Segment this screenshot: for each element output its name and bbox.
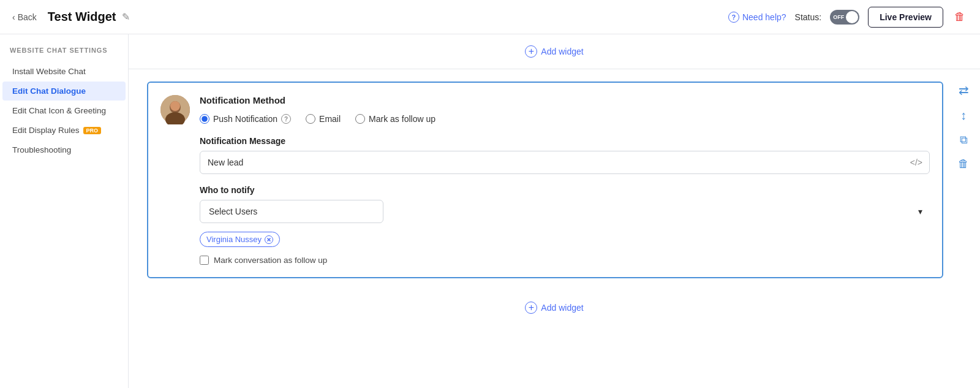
- follow-up-checkbox[interactable]: [200, 256, 209, 265]
- add-widget-top-button[interactable]: + Add widget: [525, 45, 583, 58]
- add-widget-circle-icon: +: [525, 45, 537, 58]
- notification-card: Notification Method Push Notification ? …: [160, 95, 930, 265]
- sidebar-label-display-rules: Edit Display Rules: [12, 126, 80, 135]
- radio-push-label: Push Notification: [213, 114, 277, 124]
- svg-point-3: [170, 101, 180, 111]
- avatar: [160, 95, 190, 124]
- card-body: Notification Method Push Notification ? …: [200, 95, 930, 265]
- radio-email-input[interactable]: [306, 114, 315, 124]
- live-preview-button[interactable]: Live Preview: [868, 7, 943, 28]
- status-label: Status:: [795, 12, 822, 22]
- select-users[interactable]: Select Users: [200, 200, 383, 223]
- chevron-down-icon: ▾: [918, 207, 922, 216]
- need-help-label: Need help?: [742, 12, 786, 22]
- tag-virginia-label: Virginia Nussey: [206, 235, 262, 244]
- side-controls: ⇄ ↕ ⧉ 🗑: [957, 82, 970, 172]
- toggle-knob: [846, 11, 858, 23]
- widget-card: Notification Method Push Notification ? …: [147, 82, 943, 278]
- radio-follow[interactable]: Mark as follow up: [355, 114, 435, 124]
- sidebar-item-edit-dialogue[interactable]: Edit Chat Dialogue: [2, 82, 126, 101]
- page-title: Test Widget: [48, 10, 116, 24]
- main-content: + Add widget ⇄ ↕ ⧉ 🗑: [129, 34, 980, 388]
- delete-widget-button[interactable]: 🗑: [957, 156, 970, 172]
- sidebar-label-edit-dialogue: Edit Chat Dialogue: [12, 86, 86, 96]
- notification-method-title: Notification Method: [200, 95, 930, 105]
- sidebar-item-display-rules[interactable]: Edit Display Rules PRO: [2, 121, 126, 140]
- copy-button[interactable]: ⧉: [959, 132, 969, 148]
- sidebar-item-install[interactable]: Install Website Chat: [2, 62, 126, 81]
- shuffle-button[interactable]: ⇄: [957, 82, 970, 99]
- edit-title-icon[interactable]: ✎: [122, 11, 130, 23]
- sidebar-label-troubleshooting: Troubleshooting: [12, 145, 71, 154]
- toggle-switch[interactable]: OFF: [830, 10, 859, 25]
- radio-push-input[interactable]: [200, 114, 209, 124]
- tag-virginia: Virginia Nussey: [200, 232, 280, 247]
- follow-up-label: Mark conversation as follow up: [214, 256, 327, 265]
- back-arrow-icon: ‹: [12, 12, 15, 22]
- code-icon[interactable]: </>: [910, 158, 922, 167]
- radio-follow-input[interactable]: [355, 114, 365, 124]
- tags-row: Virginia Nussey: [200, 232, 930, 247]
- message-field-label: Notification Message: [200, 136, 930, 146]
- need-help-link[interactable]: ? Need help?: [728, 12, 786, 23]
- radio-push[interactable]: Push Notification ?: [200, 114, 291, 124]
- sidebar-section-title: WEBSITE CHAT SETTINGS: [0, 47, 128, 61]
- add-widget-circle-bottom-icon: +: [525, 302, 537, 314]
- pro-badge: PRO: [83, 127, 102, 134]
- sidebar-label-edit-icon: Edit Chat Icon & Greeting: [12, 106, 106, 115]
- select-users-wrap: Select Users ▾: [200, 200, 930, 223]
- tag-virginia-remove[interactable]: [265, 235, 273, 244]
- delete-header-button[interactable]: 🗑: [952, 8, 968, 26]
- add-widget-bottom-row: + Add widget: [129, 291, 980, 325]
- back-label: Back: [18, 12, 37, 22]
- widget-outer: ⇄ ↕ ⧉ 🗑: [129, 69, 980, 291]
- radio-email[interactable]: Email: [306, 114, 341, 124]
- status-toggle[interactable]: OFF: [830, 10, 859, 25]
- add-widget-top-label: Add widget: [541, 47, 583, 56]
- add-widget-top-row: + Add widget: [129, 34, 980, 69]
- header-right: ? Need help? Status: OFF Live Preview 🗑: [728, 7, 968, 28]
- sidebar-item-edit-icon[interactable]: Edit Chat Icon & Greeting: [2, 101, 126, 120]
- message-input-wrap: </>: [200, 151, 930, 174]
- sidebar: WEBSITE CHAT SETTINGS Install Website Ch…: [0, 34, 129, 388]
- radio-email-label: Email: [319, 114, 341, 124]
- who-field-label: Who to notify: [200, 185, 930, 195]
- checkbox-row: Mark conversation as follow up: [200, 256, 930, 265]
- radio-group: Push Notification ? Email Mark as follow…: [200, 114, 930, 124]
- sidebar-item-troubleshooting[interactable]: Troubleshooting: [2, 140, 126, 159]
- help-icon: ?: [728, 12, 739, 23]
- app-body: WEBSITE CHAT SETTINGS Install Website Ch…: [0, 34, 980, 388]
- push-info-icon[interactable]: ?: [281, 114, 291, 124]
- resize-button[interactable]: ↕: [959, 107, 968, 124]
- add-widget-bottom-label: Add widget: [541, 303, 583, 313]
- sidebar-label-install: Install Website Chat: [12, 67, 86, 76]
- back-link[interactable]: ‹ Back: [12, 12, 37, 22]
- header: ‹ Back Test Widget ✎ ? Need help? Status…: [0, 0, 980, 34]
- toggle-text: OFF: [833, 14, 844, 20]
- radio-follow-label: Mark as follow up: [369, 114, 435, 124]
- message-input[interactable]: [200, 151, 930, 174]
- add-widget-bottom-button[interactable]: + Add widget: [525, 302, 583, 314]
- header-left: ‹ Back Test Widget ✎: [12, 10, 130, 24]
